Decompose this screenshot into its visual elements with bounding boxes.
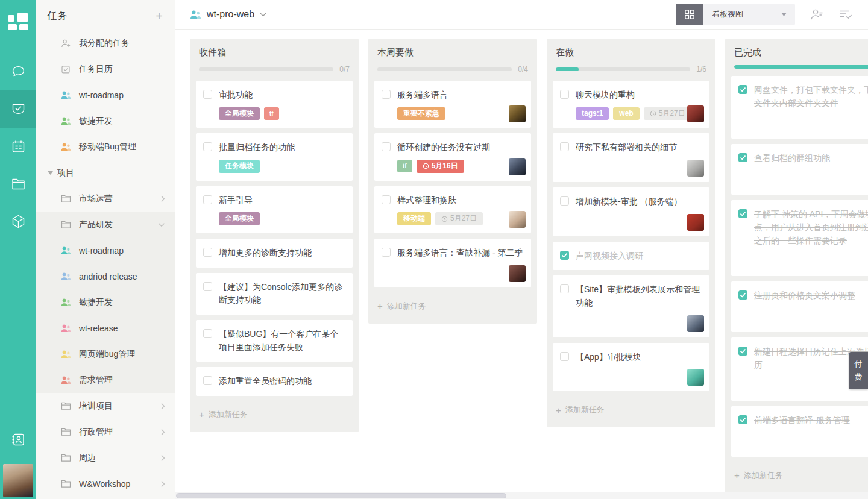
task-checkbox[interactable]	[560, 196, 569, 206]
task-checkbox[interactable]	[560, 90, 569, 99]
task-checkbox[interactable]	[382, 90, 391, 99]
sidebar-item-assigned-tasks[interactable]: 我分配的任务	[36, 30, 175, 56]
paid-badge[interactable]: 付费	[849, 352, 868, 389]
task-card[interactable]: 循环创建的任务没有过期tf5月16日	[374, 133, 531, 180]
task-checkbox[interactable]	[382, 142, 391, 151]
sidebar-item-label: 周边	[79, 453, 96, 463]
sidebar-item-label: andriod release	[79, 272, 137, 281]
column-header: 在做	[553, 39, 709, 58]
task-checkbox[interactable]	[382, 195, 391, 204]
task-title: 了解下 神策的 API，下周会做埋点，用户从进入首页到注册到注册之后的一些操作需…	[754, 208, 868, 247]
task-checkbox[interactable]	[738, 415, 747, 424]
task-card[interactable]: 新手引导全局模块	[196, 186, 353, 233]
task-card[interactable]: 【App】审批模块	[553, 343, 709, 392]
task-card[interactable]: 批量归档任务的功能任务模块	[196, 133, 353, 180]
plus-icon: +	[199, 410, 204, 419]
task-card[interactable]: 服务端多语言：查缺补漏 - 第二季	[374, 239, 531, 287]
task-card[interactable]: 增加新模块-审批 （服务端）	[553, 187, 709, 236]
task-checkbox[interactable]	[738, 153, 747, 162]
sidebar-item-workshop[interactable]: W&Workshop	[36, 471, 175, 497]
task-card[interactable]: 样式整理和换肤移动端5月27日	[374, 186, 531, 233]
label-tag: tags:1	[576, 107, 609, 121]
add-new-task-button[interactable]: +添加新任务	[196, 401, 353, 428]
sidebar-item-mobile-bug[interactable]: 移动端Bug管理	[36, 134, 175, 160]
sidebar-item-wt-release[interactable]: wt-release	[36, 315, 175, 341]
task-checkbox[interactable]	[203, 90, 212, 99]
add-new-task-button[interactable]: +添加新任务	[374, 293, 531, 320]
project-selector[interactable]: wt-pro-web	[190, 9, 266, 20]
task-checkbox[interactable]	[738, 209, 747, 218]
worktile-logo-icon[interactable]	[8, 13, 28, 30]
task-card[interactable]: 审批功能全局模块tf	[196, 81, 353, 128]
sidebar-item-agile-dev[interactable]: 敏捷开发	[36, 108, 175, 134]
assignee-avatar	[509, 105, 526, 122]
task-card[interactable]: 【建议】为Console添加更多的诊断支持功能	[196, 273, 353, 315]
task-card[interactable]: 了解下 神策的 API，下周会做埋点，用户从进入首页到注册到注册之后的一些操作需…	[731, 200, 868, 276]
task-checkbox[interactable]	[203, 195, 212, 204]
sidebar-item-wt-roadmap[interactable]: wt-roadmap	[36, 82, 175, 108]
add-new-task-button[interactable]: +添加新任务	[553, 397, 709, 424]
tag-label: tf	[269, 110, 274, 118]
folder-icon[interactable]	[0, 165, 36, 202]
cube-icon[interactable]	[0, 202, 36, 240]
kanban-board: 收件箱0/7审批功能全局模块tf批量归档任务的功能任务模块新手引导全局模块增加更…	[175, 30, 868, 499]
task-checkbox[interactable]	[560, 352, 569, 361]
task-checkbox[interactable]	[738, 347, 747, 356]
task-checkbox[interactable]	[738, 85, 747, 94]
sidebar-item-product-dev[interactable]: 产品研发	[36, 212, 175, 237]
task-card[interactable]: 服务端多语言重要不紧急	[374, 81, 531, 128]
column-progress: 0/4	[374, 58, 531, 81]
task-checkbox[interactable]	[203, 282, 212, 291]
task-checkbox[interactable]	[738, 290, 747, 300]
progress-track	[556, 67, 690, 71]
sidebar-item-misc[interactable]: 周边	[36, 445, 175, 471]
task-title: 【疑似BUG】有一个客户在某个项目里面添加任务失败	[219, 328, 345, 354]
task-checkbox[interactable]	[560, 142, 569, 151]
due-date-tag: 5月27日	[644, 107, 691, 121]
sidebar-item-web-bug[interactable]: 网页端bug管理	[36, 341, 175, 367]
tasks-icon[interactable]	[0, 90, 36, 128]
task-checkbox[interactable]	[382, 248, 391, 257]
task-card[interactable]: 添加重置全员密码的功能	[196, 367, 353, 396]
task-card[interactable]: 聊天模块的重构tags:1web5月27日	[553, 81, 709, 128]
task-checkbox[interactable]	[203, 142, 212, 151]
task-card[interactable]: 增加更多的诊断支持功能	[196, 239, 353, 268]
sidebar-item-andriod-release[interactable]: andriod release	[36, 263, 175, 289]
horizontal-scrollbar-thumb[interactable]	[176, 493, 506, 498]
sidebar-item-wt-roadmap-sub[interactable]: wt-roadmap	[36, 237, 175, 263]
sidebar-item-requirements[interactable]: 需求管理	[36, 367, 175, 393]
add-task-list-icon[interactable]: +	[156, 10, 163, 22]
activity-filter-button[interactable]	[838, 8, 853, 20]
sidebar-item-training[interactable]: 培训项目	[36, 393, 175, 419]
task-checkbox[interactable]	[203, 329, 212, 338]
task-card[interactable]: 注册页和价格页文案小调整	[731, 281, 868, 332]
task-card[interactable]: 声网视频接入调研	[553, 242, 709, 271]
sidebar-item-agile-dev-sub[interactable]: 敏捷开发	[36, 289, 175, 315]
view-dropdown[interactable]: 看板视图	[703, 4, 795, 25]
sidebar-item-task-calendar[interactable]: 任务日历	[36, 56, 175, 82]
contacts-icon[interactable]	[0, 421, 36, 458]
add-new-task-button[interactable]: +添加新任务	[731, 462, 868, 489]
chat-icon[interactable]	[0, 53, 36, 90]
task-checkbox[interactable]	[560, 251, 569, 260]
task-card[interactable]: 前端多语言翻译-服务管理	[731, 406, 868, 457]
task-card[interactable]: 网盘文件，打包下载文件夹，下载文件夹内部文件夹文件	[731, 76, 868, 139]
task-card[interactable]: 新建日程选择日历记住上次选择日历	[731, 337, 868, 400]
task-card[interactable]: 【疑似BUG】有一个客户在某个项目里面添加任务失败	[196, 320, 353, 362]
sidebar-item-marketing[interactable]: 市场运营	[36, 186, 175, 212]
task-checkbox[interactable]	[560, 284, 569, 293]
label-tag: tf	[264, 107, 279, 120]
task-checkbox[interactable]	[203, 376, 212, 385]
sidebar-item-admin[interactable]: 行政管理	[36, 419, 175, 445]
calendar-icon[interactable]	[0, 128, 36, 165]
task-card[interactable]: 【Site】审批模板列表展示和管理功能	[553, 275, 709, 337]
members-button[interactable]	[810, 8, 824, 21]
task-title: 增加新模块-审批 （服务端）	[576, 195, 702, 209]
task-title: 聊天模块的重构	[576, 89, 702, 102]
sidebar-item-projects-section[interactable]: 项目	[36, 160, 175, 186]
board-view-button[interactable]	[676, 4, 703, 25]
task-card[interactable]: 研究下私有部署相关的细节	[553, 133, 709, 182]
task-card[interactable]: 查看归档的群组功能	[731, 144, 868, 195]
user-avatar[interactable]	[3, 464, 33, 497]
task-checkbox[interactable]	[203, 248, 212, 257]
